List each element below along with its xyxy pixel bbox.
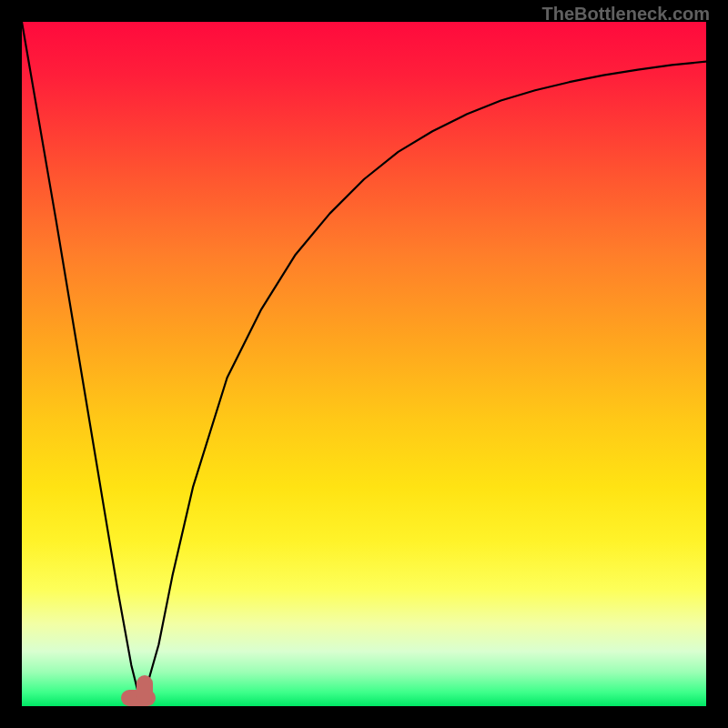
curve-path — [22, 22, 706, 693]
plot-area — [22, 22, 706, 706]
watermark-text: TheBottleneck.com — [542, 4, 710, 25]
bottleneck-curve — [22, 22, 706, 706]
optimal-marker-stem — [136, 675, 153, 703]
